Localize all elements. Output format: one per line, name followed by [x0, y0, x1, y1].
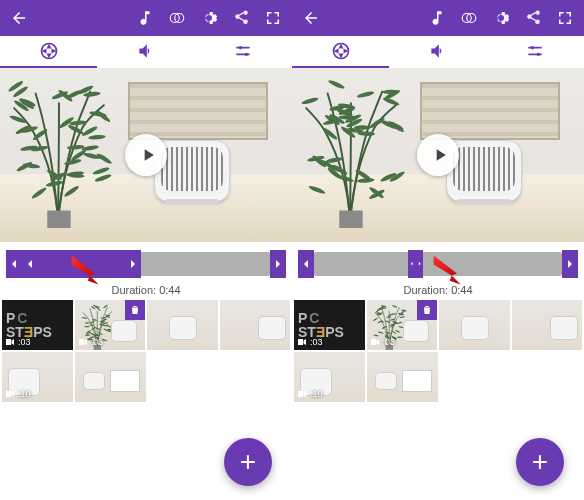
- svg-point-79: [81, 317, 87, 320]
- clip-thumbnail[interactable]: [220, 300, 291, 350]
- clip-thumbnail[interactable]: PCSTEPS:03: [2, 300, 73, 350]
- music-icon[interactable]: [136, 9, 154, 27]
- tab-bar: [292, 36, 584, 68]
- clip-thumbnail[interactable]: [75, 352, 146, 402]
- trim-track[interactable]: [314, 252, 562, 276]
- add-clip-fab[interactable]: +: [224, 438, 272, 486]
- play-button[interactable]: [125, 134, 167, 176]
- svg-point-123: [357, 90, 375, 98]
- svg-point-140: [372, 317, 377, 321]
- editor-panel: Duration: 0:44 PCSTEPS:03 :03 :10 +: [292, 0, 584, 500]
- svg-point-42: [63, 184, 80, 197]
- tab-audio[interactable]: [97, 36, 194, 68]
- video-preview[interactable]: [292, 68, 584, 242]
- top-bar: [0, 0, 292, 36]
- trim-right-handle[interactable]: [125, 250, 141, 278]
- clip-thumbnail[interactable]: :10: [294, 352, 365, 402]
- svg-point-90: [531, 46, 534, 49]
- clip-thumbnail[interactable]: :03: [367, 300, 438, 350]
- trim-outer-left-handle[interactable]: [298, 250, 314, 278]
- add-clip-fab[interactable]: +: [516, 438, 564, 486]
- share-icon[interactable]: [232, 9, 250, 27]
- svg-point-35: [88, 134, 106, 140]
- svg-point-44: [94, 173, 112, 183]
- overlap-icon[interactable]: [168, 9, 186, 27]
- svg-point-165: [399, 316, 405, 318]
- svg-point-3: [239, 46, 242, 49]
- expand-icon[interactable]: [264, 9, 282, 27]
- trim-outer-right-handle[interactable]: [562, 250, 578, 278]
- clip-thumbnail[interactable]: :03: [75, 300, 146, 350]
- svg-point-158: [394, 330, 400, 333]
- duration-label: Duration: 0:44: [292, 284, 584, 296]
- clip-duration-badge: :03: [4, 336, 31, 348]
- svg-point-125: [382, 96, 400, 106]
- svg-point-126: [308, 185, 326, 195]
- editor-panel: Duration: 0:44 PCSTEPS:03 :03 :10 +: [0, 0, 292, 500]
- svg-rect-132: [339, 211, 362, 229]
- clip-duration-badge: :10: [4, 388, 31, 400]
- delete-clip-button[interactable]: [125, 300, 145, 320]
- svg-point-128: [339, 115, 357, 120]
- svg-rect-45: [47, 211, 70, 229]
- back-icon[interactable]: [302, 9, 320, 27]
- trim-bar: [0, 246, 292, 282]
- clip-duration-badge: :03: [77, 336, 104, 348]
- tab-adjust[interactable]: [195, 36, 292, 68]
- tab-bar: [0, 36, 292, 68]
- delete-clip-button[interactable]: [417, 300, 437, 320]
- clip-thumbnail[interactable]: [439, 300, 510, 350]
- trim-track[interactable]: [22, 252, 270, 276]
- expand-icon[interactable]: [556, 9, 574, 27]
- trim-bar: [292, 246, 584, 282]
- svg-point-82: [84, 322, 90, 324]
- trim-left-handle[interactable]: [22, 250, 38, 278]
- trim-right-handle[interactable]: [416, 250, 423, 278]
- svg-point-159: [391, 305, 397, 308]
- video-preview[interactable]: [0, 68, 292, 242]
- clip-grid: PCSTEPS:03 :03 :10: [0, 300, 292, 402]
- svg-point-171: [396, 321, 402, 324]
- clip-duration-badge: :10: [296, 388, 323, 400]
- tab-aperture[interactable]: [292, 36, 389, 68]
- svg-point-68: [89, 320, 94, 324]
- share-icon[interactable]: [524, 9, 542, 27]
- svg-point-29: [31, 186, 48, 200]
- svg-point-76: [94, 327, 100, 330]
- clip-thumbnail[interactable]: [512, 300, 583, 350]
- svg-point-91: [537, 53, 540, 56]
- gear-icon[interactable]: [492, 9, 510, 27]
- top-bar: [292, 0, 584, 36]
- svg-point-4: [245, 53, 248, 56]
- clip-duration-badge: :03: [296, 336, 323, 348]
- clip-thumbnail[interactable]: [147, 300, 218, 350]
- svg-point-172: [385, 332, 391, 335]
- svg-point-98: [328, 79, 346, 90]
- svg-point-73: [88, 324, 94, 326]
- overlap-icon[interactable]: [460, 9, 478, 27]
- clip-duration-badge: :03: [369, 336, 396, 348]
- clip-thumbnail[interactable]: [367, 352, 438, 402]
- gear-icon[interactable]: [200, 9, 218, 27]
- duration-label: Duration: 0:44: [0, 284, 292, 296]
- svg-point-10: [92, 166, 110, 175]
- music-icon[interactable]: [428, 9, 446, 27]
- trim-left-handle[interactable]: [408, 250, 415, 278]
- clip-thumbnail[interactable]: PCSTEPS:03: [294, 300, 365, 350]
- svg-point-162: [386, 316, 392, 318]
- back-icon[interactable]: [10, 9, 28, 27]
- trim-outer-right-handle[interactable]: [270, 250, 286, 278]
- play-button[interactable]: [417, 134, 459, 176]
- svg-point-139: [396, 337, 402, 338]
- tab-aperture[interactable]: [0, 36, 97, 68]
- tab-audio[interactable]: [389, 36, 486, 68]
- svg-point-169: [377, 331, 383, 334]
- svg-point-69: [84, 326, 90, 327]
- svg-point-97: [301, 97, 319, 106]
- clip-grid: PCSTEPS:03 :03 :10: [292, 300, 584, 402]
- tab-adjust[interactable]: [487, 36, 584, 68]
- clip-thumbnail[interactable]: :10: [2, 352, 73, 402]
- trim-outer-left-handle[interactable]: [6, 250, 22, 278]
